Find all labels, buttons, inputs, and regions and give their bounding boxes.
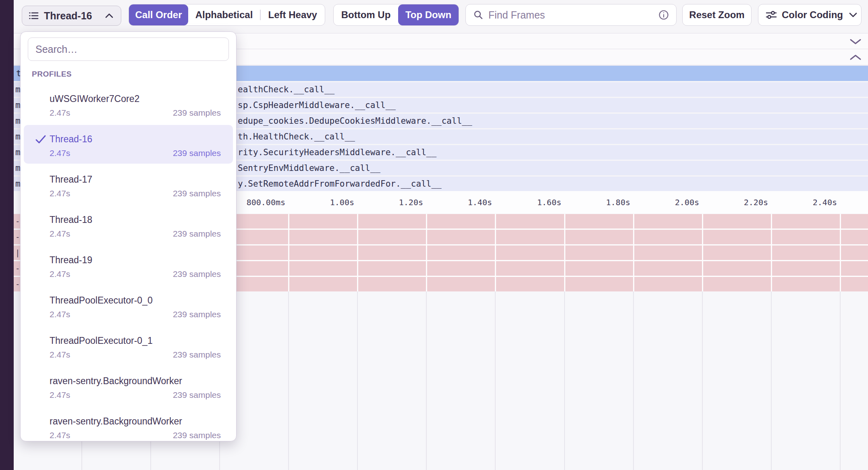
frame-label: ealthCheck.__call__: [238, 82, 334, 97]
time-gridline: [771, 214, 772, 291]
frame-label-clipped: -: [15, 261, 20, 276]
time-axis-tick: 2.40s: [756, 191, 837, 214]
direction-mode-group: Bottom Up Top Down: [333, 4, 459, 26]
time-axis-tick: 1.80s: [550, 191, 630, 214]
thread-name: uWSGIWorker7Core2: [50, 94, 139, 104]
thread-duration: 2.47s: [50, 430, 70, 440]
thread-name: ThreadPoolExecutor-0_1: [50, 335, 153, 346]
thread-duration: 2.47s: [50, 390, 70, 400]
frame-label-clipped: m: [15, 161, 21, 175]
color-coding-label: Color Coding: [782, 9, 843, 21]
thread-duration: 2.47s: [50, 189, 70, 198]
app-left-strip: [0, 0, 14, 470]
color-coding-button[interactable]: Color Coding: [758, 4, 862, 26]
dropdown-search-box: [28, 37, 229, 61]
reset-zoom-button[interactable]: Reset Zoom: [682, 4, 752, 26]
thread-selector-label: Thread-16: [44, 10, 92, 22]
thread-sample-count: 239 samples: [140, 310, 221, 319]
thread-selector-button[interactable]: Thread-16: [22, 6, 121, 26]
time-axis-tick: 1.40s: [411, 191, 492, 214]
chevron-down-icon: [848, 11, 858, 19]
direction-option-bottom-up[interactable]: Bottom Up: [334, 4, 398, 25]
time-gridline: [702, 291, 703, 470]
time-gridline: [288, 214, 289, 291]
time-gridline: [702, 214, 703, 291]
time-gridline: [288, 291, 289, 470]
find-frames-search: [465, 4, 677, 26]
frame-label-clipped: -: [15, 214, 20, 229]
time-gridline: [840, 291, 841, 470]
frame-label-clipped: m: [15, 129, 21, 144]
time-axis-tick: 1.00s: [274, 191, 354, 214]
thread-name: Thread-17: [50, 174, 92, 185]
thread-sample-count: 239 samples: [140, 189, 221, 198]
thread-duration: 2.47s: [50, 269, 70, 279]
time-axis-tick: 2.00s: [619, 191, 699, 214]
frame-label-clipped: m: [15, 82, 21, 97]
frame-label: th.HealthCheck.__call__: [238, 129, 355, 144]
thread-duration: 2.47s: [50, 108, 70, 118]
thread-sample-count: 239 samples: [140, 229, 221, 239]
frame-label-clipped: -: [15, 277, 20, 291]
frame-label: y.SetRemoteAddrFromForwardedFor.__call__: [238, 177, 442, 191]
sort-mode-group: Call Order Alphabetical Left Heavy: [129, 4, 325, 26]
thread-name: Thread-16: [50, 134, 92, 145]
time-gridline: [771, 291, 772, 470]
chevron-up-icon[interactable]: [849, 54, 862, 60]
thread-sample-count: 239 samples: [140, 269, 221, 279]
search-icon: [473, 10, 484, 20]
time-axis-tick: 1.20s: [343, 191, 423, 214]
frame-label-clipped: m: [15, 114, 21, 128]
time-gridline: [564, 214, 565, 291]
dropdown-search-input[interactable]: [35, 43, 222, 56]
sort-option-call-order[interactable]: Call Order: [129, 4, 188, 25]
chevron-down-icon[interactable]: [849, 39, 862, 45]
thread-name: raven-sentry.BackgroundWorker: [50, 416, 182, 427]
thread-sample-count: 239 samples: [140, 430, 221, 440]
frame-label: edupe_cookies.DedupeCookiesMiddleware.__…: [238, 114, 472, 128]
reset-zoom-label: Reset Zoom: [689, 9, 744, 21]
thread-sample-count: 239 samples: [140, 350, 221, 360]
frame-label: SentryEnvMiddleware.__call__: [238, 161, 380, 175]
thread-name: ThreadPoolExecutor-0_0: [50, 295, 153, 306]
direction-option-top-down[interactable]: Top Down: [398, 4, 459, 25]
list-icon: [29, 10, 39, 21]
frame-label-clipped: m: [15, 145, 21, 160]
sliders-icon: [766, 10, 777, 20]
thread-sample-count: 239 samples: [140, 108, 221, 118]
profiles-section-label: PROFILES: [32, 70, 72, 79]
thread-sample-count: 239 samples: [140, 148, 221, 158]
frame-label-clipped: m: [15, 177, 21, 191]
checkmark-icon: [35, 135, 46, 144]
thread-sample-count: 239 samples: [140, 390, 221, 400]
time-gridline: [357, 214, 358, 291]
time-axis-tick: 1.60s: [481, 191, 561, 214]
frame-label: sp.CspHeaderMiddleware.__call__: [238, 98, 396, 112]
time-gridline: [426, 291, 427, 470]
frame-label-clipped: |: [15, 245, 20, 260]
thread-duration: 2.47s: [50, 350, 70, 360]
thread-duration: 2.47s: [50, 148, 70, 158]
thread-name: Thread-19: [50, 255, 92, 266]
frame-label-clipped: -: [15, 230, 20, 244]
sort-option-left-heavy[interactable]: Left Heavy: [261, 4, 325, 25]
thread-duration: 2.47s: [50, 229, 70, 239]
sort-option-alphabetical[interactable]: Alphabetical: [188, 4, 260, 25]
thread-duration: 2.47s: [50, 310, 70, 319]
find-frames-input[interactable]: [488, 9, 642, 21]
time-gridline: [357, 291, 358, 470]
info-icon[interactable]: [658, 10, 669, 20]
time-gridline: [840, 214, 841, 291]
chevron-up-icon: [104, 12, 114, 19]
time-gridline: [564, 291, 565, 470]
time-gridline: [495, 214, 496, 291]
frame-label-clipped: m: [15, 98, 21, 112]
profiler-flamegraph-view: Thread-16 Call Order Alphabetical Left H…: [0, 0, 868, 470]
time-axis-tick: 2.20s: [687, 191, 768, 214]
time-gridline: [495, 291, 496, 470]
frame-label: rity.SecurityHeadersMiddleware.__call__: [238, 145, 436, 160]
thread-name: raven-sentry.BackgroundWorker: [50, 376, 182, 387]
time-gridline: [426, 214, 427, 291]
time-gridline: [633, 214, 634, 291]
thread-selector-dropdown: PROFILES uWSGIWorker7Core22.47s239 sampl…: [20, 31, 237, 441]
